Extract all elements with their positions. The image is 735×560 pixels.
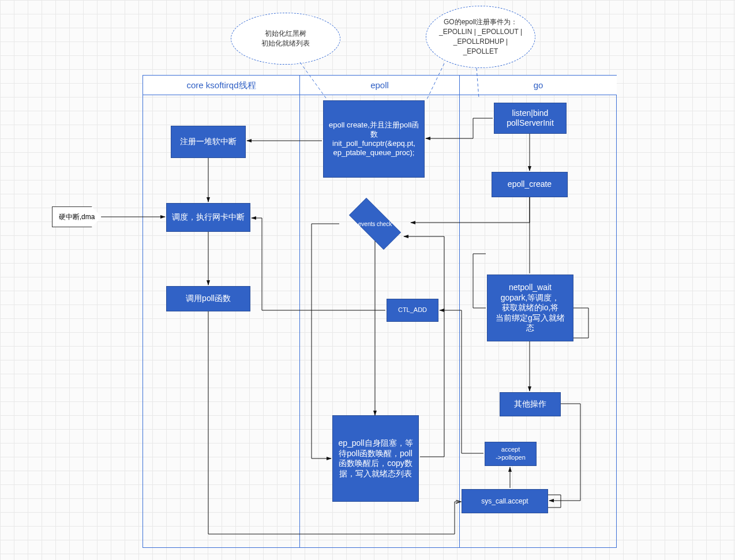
node-accept-pollopen-text: accept ->pollopen: [496, 446, 526, 462]
node-ctl-add[interactable]: CTL_ADD: [387, 299, 438, 322]
diagram-canvas: 初始化红黑树 初始化就绪列表 GO的epoll注册事件为：_EPOLLIN | …: [0, 0, 735, 560]
node-sys-call-accept-text: sys_call.accept: [481, 497, 528, 506]
node-epoll-create-reg-text: epoll create,并且注册poll函数 init_poll_funcpt…: [328, 121, 419, 158]
node-ctl-add-text: CTL_ADD: [398, 306, 427, 314]
node-epoll-create-go[interactable]: epoll_create: [492, 172, 568, 197]
node-other-ops[interactable]: 其他操作: [500, 392, 561, 416]
node-reg-softirq[interactable]: 注册一堆软中断: [171, 126, 246, 158]
node-epoll-create-go-text: epoll_create: [508, 179, 552, 190]
node-epoll-create-reg[interactable]: epoll create,并且注册poll函数 init_poll_funcpt…: [323, 100, 425, 178]
hw-irq-label[interactable]: 硬中断,dma: [52, 206, 102, 227]
callout-left: 初始化红黑树 初始化就绪列表: [231, 13, 340, 65]
node-events-check[interactable]: events check: [340, 206, 410, 241]
node-reg-softirq-text: 注册一堆软中断: [180, 137, 237, 147]
hw-irq-text: 硬中断,dma: [59, 212, 95, 222]
node-events-check-text: events check: [349, 221, 401, 227]
node-call-poll[interactable]: 调用poll函数: [166, 286, 250, 311]
node-listen-bind[interactable]: listen|bind pollServerInit: [494, 103, 567, 134]
node-ep-poll-block-text: ep_poll自身阻塞，等待poll函数唤醒，poll函数唤醒后，copy数据，…: [337, 438, 414, 479]
node-listen-bind-text: listen|bind pollServerInit: [507, 108, 554, 129]
node-netpoll-wait-text: netpoll_wait gopark,等调度， 获取就绪的io,将 当前绑定g…: [492, 283, 568, 333]
node-other-ops-text: 其他操作: [514, 399, 546, 409]
callout-left-text: 初始化红黑树 初始化就绪列表: [261, 29, 310, 48]
callout-right: GO的epoll注册事件为：_EPOLLIN | _EPOLLOUT | _EP…: [426, 6, 535, 68]
node-accept-pollopen[interactable]: accept ->pollopen: [485, 442, 537, 466]
node-dispatch-irq-text: 调度，执行网卡中断: [172, 212, 245, 223]
node-netpoll-wait[interactable]: netpoll_wait gopark,等调度， 获取就绪的io,将 当前绑定g…: [487, 275, 573, 341]
lane-epoll-head: epoll: [300, 76, 459, 95]
node-sys-call-accept[interactable]: sys_call.accept: [462, 489, 548, 513]
lane-core-head: core ksoftirqd线程: [143, 76, 299, 95]
node-dispatch-irq[interactable]: 调度，执行网卡中断: [166, 203, 250, 232]
lane-go-head: go: [460, 76, 617, 95]
callout-right-text: GO的epoll注册事件为：_EPOLLIN | _EPOLLOUT | _EP…: [437, 17, 524, 56]
node-ep-poll-block[interactable]: ep_poll自身阻塞，等待poll函数唤醒，poll函数唤醒后，copy数据，…: [332, 415, 419, 502]
node-call-poll-text: 调用poll函数: [186, 294, 231, 304]
